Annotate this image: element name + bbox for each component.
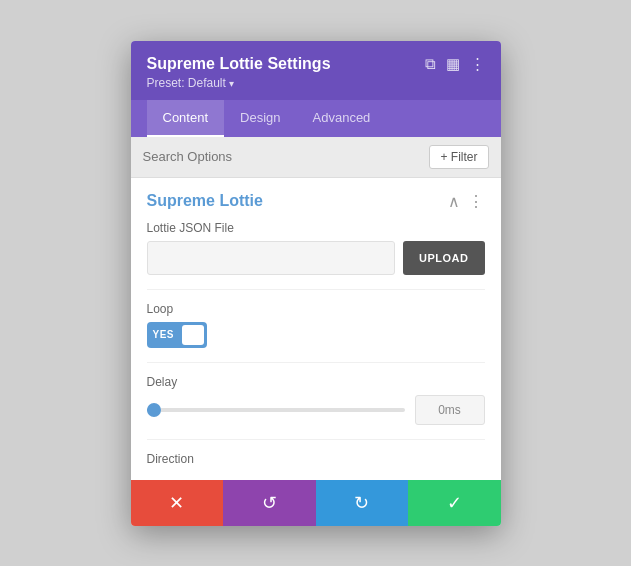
section-title: Supreme Lottie [147, 192, 263, 210]
modal-header: Supreme Lottie Settings ⧉ ▦ ⋮ Preset: De… [131, 41, 501, 100]
lottie-json-label: Lottie JSON File [147, 221, 485, 235]
section-header: Supreme Lottie ∧ ⋮ [131, 178, 501, 221]
loop-field: Loop YES [131, 290, 501, 362]
header-icons: ⧉ ▦ ⋮ [425, 55, 485, 73]
preset-selector[interactable]: Preset: Default [147, 76, 485, 90]
redo-button[interactable]: ↻ [316, 480, 409, 526]
section-controls: ∧ ⋮ [448, 192, 485, 211]
filter-button[interactable]: + Filter [429, 145, 488, 169]
toggle-track[interactable]: YES [147, 322, 207, 348]
content-area: Supreme Lottie ∧ ⋮ Lottie JSON File UPLO… [131, 178, 501, 480]
section-more-icon[interactable]: ⋮ [468, 192, 485, 211]
toggle-thumb [182, 325, 204, 345]
tab-advanced[interactable]: Advanced [297, 100, 387, 137]
copy-icon[interactable]: ⧉ [425, 55, 436, 73]
delay-field: Delay 0ms [131, 363, 501, 439]
undo-button[interactable]: ↺ [223, 480, 316, 526]
modal-container: Supreme Lottie Settings ⧉ ▦ ⋮ Preset: De… [131, 41, 501, 526]
bottom-bar: ✕ ↺ ↻ ✓ [131, 480, 501, 526]
loop-label: Loop [147, 302, 485, 316]
modal-title: Supreme Lottie Settings [147, 55, 331, 73]
slider-thumb[interactable] [147, 403, 161, 417]
lottie-json-field: Lottie JSON File UPLOAD [131, 221, 501, 289]
cancel-button[interactable]: ✕ [131, 480, 224, 526]
toggle-yes-label: YES [153, 329, 175, 340]
tab-design[interactable]: Design [224, 100, 296, 137]
delay-value[interactable]: 0ms [415, 395, 485, 425]
direction-label: Direction [147, 452, 485, 466]
delay-slider-row: 0ms [147, 395, 485, 425]
collapse-icon[interactable]: ∧ [448, 192, 460, 211]
tab-content[interactable]: Content [147, 100, 225, 137]
more-options-icon[interactable]: ⋮ [470, 55, 485, 73]
search-input[interactable] [143, 149, 422, 164]
delay-label: Delay [147, 375, 485, 389]
upload-button[interactable]: UPLOAD [403, 241, 484, 275]
direction-field: Direction [131, 440, 501, 480]
columns-icon[interactable]: ▦ [446, 55, 460, 73]
tabs-bar: Content Design Advanced [131, 100, 501, 137]
lottie-json-input[interactable] [147, 241, 396, 275]
delay-slider-track[interactable] [147, 408, 405, 412]
loop-toggle[interactable]: YES [147, 322, 485, 348]
save-button[interactable]: ✓ [408, 480, 501, 526]
search-bar: + Filter [131, 137, 501, 178]
